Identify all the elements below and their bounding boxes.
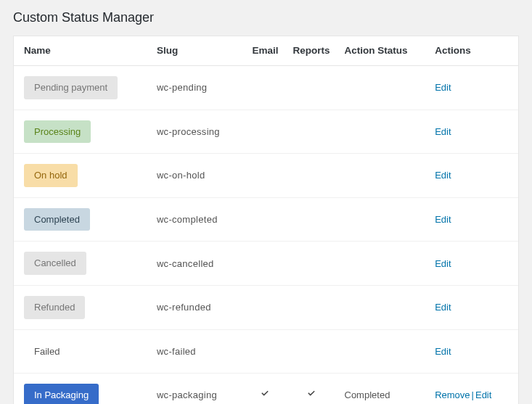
edit-link[interactable]: Edit bbox=[435, 82, 451, 93]
cell-reports bbox=[285, 285, 337, 329]
cell-name: Failed bbox=[14, 329, 150, 374]
status-table: Name Slug Email Reports Action Status Ac… bbox=[14, 36, 518, 404]
cell-action-status bbox=[337, 329, 428, 374]
status-badge: Processing bbox=[24, 120, 91, 144]
cell-email bbox=[245, 66, 285, 110]
cell-name: Processing bbox=[14, 110, 150, 154]
cell-slug: wc-failed bbox=[150, 329, 245, 374]
edit-link[interactable]: Edit bbox=[475, 389, 491, 400]
th-slug: Slug bbox=[150, 36, 245, 66]
cell-name: Refunded bbox=[14, 285, 150, 329]
cell-actions: Edit bbox=[427, 329, 518, 374]
cell-action-status bbox=[337, 242, 428, 286]
cell-name: Cancelled bbox=[14, 242, 150, 286]
table-row: On holdwc-on-holdEdit bbox=[14, 154, 518, 198]
table-row: Failedwc-failedEdit bbox=[14, 329, 518, 374]
cell-slug: wc-on-hold bbox=[150, 154, 245, 198]
cell-action-status: Completed bbox=[337, 374, 428, 404]
cell-actions: Edit bbox=[427, 66, 518, 110]
check-icon bbox=[260, 389, 270, 399]
status-badge: Refunded bbox=[24, 296, 85, 319]
edit-link[interactable]: Edit bbox=[435, 302, 451, 313]
cell-action-status bbox=[337, 66, 428, 110]
action-separator: | bbox=[470, 389, 475, 400]
table-row: Processingwc-processingEdit bbox=[14, 110, 518, 154]
cell-actions: Edit bbox=[427, 110, 518, 154]
cell-slug: wc-pending bbox=[150, 66, 245, 110]
status-badge: Pending payment bbox=[24, 76, 118, 99]
cell-action-status bbox=[337, 285, 428, 329]
remove-link[interactable]: Remove bbox=[435, 389, 470, 400]
cell-action-status bbox=[337, 154, 428, 198]
edit-link[interactable]: Edit bbox=[435, 258, 451, 269]
edit-link[interactable]: Edit bbox=[435, 214, 451, 225]
table-row: Pending paymentwc-pendingEdit bbox=[14, 66, 518, 110]
cell-email bbox=[245, 197, 285, 242]
cell-email bbox=[245, 154, 285, 198]
cell-email bbox=[245, 285, 285, 329]
cell-action-status bbox=[337, 110, 428, 154]
cell-name: In Packaging bbox=[14, 374, 150, 404]
cell-actions: Edit bbox=[427, 154, 518, 198]
table-row: In Packagingwc-packagingCompletedRemove|… bbox=[14, 374, 518, 404]
cell-email bbox=[245, 329, 285, 374]
cell-action-status bbox=[337, 197, 428, 242]
cell-name: Completed bbox=[14, 197, 150, 242]
cell-slug: wc-packaging bbox=[150, 374, 245, 404]
cell-actions: Edit bbox=[427, 242, 518, 286]
status-badge: In Packaging bbox=[24, 384, 99, 404]
table-row: Completedwc-completedEdit bbox=[14, 197, 518, 242]
cell-name: Pending payment bbox=[14, 66, 150, 110]
th-actions: Actions bbox=[427, 36, 518, 66]
th-name: Name bbox=[14, 36, 150, 66]
status-badge: Failed bbox=[24, 340, 70, 363]
th-action-status: Action Status bbox=[337, 36, 428, 66]
cell-slug: wc-cancelled bbox=[150, 242, 245, 286]
cell-name: On hold bbox=[14, 154, 150, 198]
cell-slug: wc-processing bbox=[150, 110, 245, 154]
cell-reports bbox=[285, 242, 337, 286]
table-row: Cancelledwc-cancelledEdit bbox=[14, 242, 518, 286]
cell-reports bbox=[285, 197, 337, 242]
th-email: Email bbox=[245, 36, 285, 66]
cell-actions: Edit bbox=[427, 285, 518, 329]
edit-link[interactable]: Edit bbox=[435, 126, 451, 137]
th-reports: Reports bbox=[285, 36, 337, 66]
status-badge: Completed bbox=[24, 208, 90, 231]
cell-slug: wc-refunded bbox=[150, 285, 245, 329]
cell-email bbox=[245, 374, 285, 404]
cell-reports bbox=[285, 374, 337, 404]
edit-link[interactable]: Edit bbox=[435, 170, 451, 181]
edit-link[interactable]: Edit bbox=[435, 346, 451, 357]
cell-reports bbox=[285, 329, 337, 374]
cell-reports bbox=[285, 154, 337, 198]
cell-slug: wc-completed bbox=[150, 197, 245, 242]
cell-email bbox=[245, 110, 285, 154]
cell-reports bbox=[285, 110, 337, 154]
cell-email bbox=[245, 242, 285, 286]
check-icon bbox=[306, 389, 316, 399]
cell-reports bbox=[285, 66, 337, 110]
page-title: Custom Status Manager bbox=[13, 10, 519, 25]
cell-actions: Edit bbox=[427, 197, 518, 242]
status-badge: Cancelled bbox=[24, 252, 86, 275]
table-row: Refundedwc-refundedEdit bbox=[14, 285, 518, 329]
status-table-wrap: Name Slug Email Reports Action Status Ac… bbox=[13, 36, 519, 404]
status-badge: On hold bbox=[24, 164, 78, 187]
cell-actions: Remove|Edit bbox=[427, 374, 518, 404]
